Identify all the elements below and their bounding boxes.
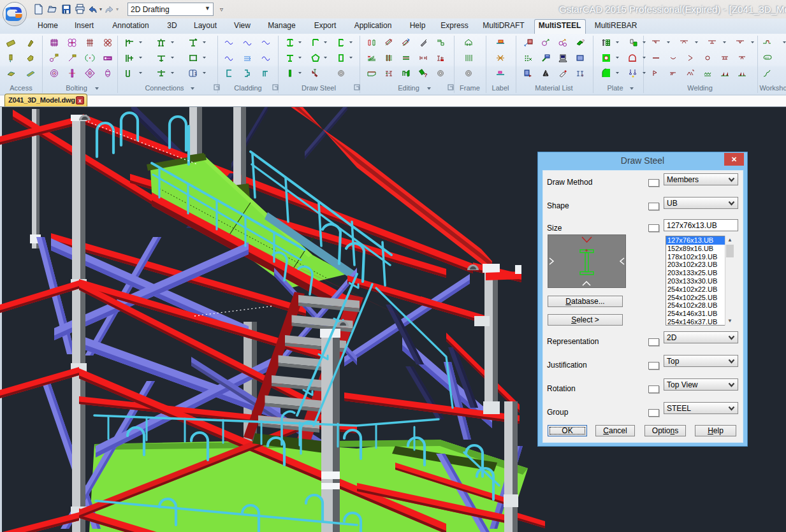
svg-text:Cladding: Cladding bbox=[234, 84, 261, 92]
svg-text:Draw Steel: Draw Steel bbox=[302, 84, 336, 92]
svg-text:Frame: Frame bbox=[460, 84, 480, 92]
svg-text:Welding: Welding bbox=[687, 84, 713, 92]
svg-text:Label: Label bbox=[492, 84, 509, 92]
svg-text:Material List: Material List bbox=[535, 84, 572, 92]
svg-text:Worksho: Worksho bbox=[759, 84, 786, 92]
svg-text:?: ? bbox=[582, 39, 585, 43]
svg-text:Access: Access bbox=[10, 84, 33, 92]
svg-text:Bolting: Bolting bbox=[66, 84, 87, 92]
svg-text:Connections: Connections bbox=[145, 84, 184, 92]
svg-text:?: ? bbox=[424, 72, 428, 78]
svg-text:Plate: Plate bbox=[607, 84, 623, 92]
svg-text:1: 1 bbox=[194, 71, 198, 76]
svg-text:Editing: Editing bbox=[398, 84, 419, 92]
